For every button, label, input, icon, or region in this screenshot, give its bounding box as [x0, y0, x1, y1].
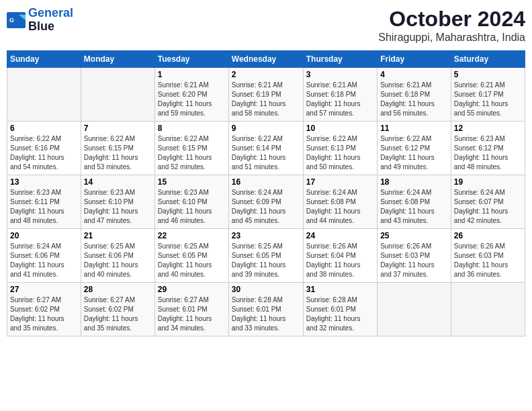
- weekday-header-row: SundayMondayTuesdayWednesdayThursdayFrid…: [7, 51, 525, 68]
- day-number: 13: [10, 177, 78, 187]
- day-detail: Sunrise: 6:24 AMSunset: 6:08 PMDaylight:…: [306, 188, 374, 226]
- day-number: 2: [232, 70, 300, 79]
- day-detail: Sunrise: 6:26 AMSunset: 6:03 PMDaylight:…: [454, 242, 522, 279]
- day-number: 7: [84, 124, 152, 133]
- calendar-cell: 31Sunrise: 6:28 AMSunset: 6:01 PMDayligh…: [303, 283, 377, 336]
- calendar-cell: 18Sunrise: 6:24 AMSunset: 6:08 PMDayligh…: [378, 175, 451, 229]
- logo-icon: G: [7, 12, 26, 28]
- calendar-cell: [7, 68, 81, 122]
- day-number: 27: [10, 285, 78, 294]
- day-detail: Sunrise: 6:28 AMSunset: 6:01 PMDaylight:…: [232, 295, 300, 333]
- day-detail: Sunrise: 6:27 AMSunset: 6:01 PMDaylight:…: [158, 295, 226, 333]
- day-detail: Sunrise: 6:24 AMSunset: 6:08 PMDaylight:…: [380, 188, 448, 226]
- day-detail: Sunrise: 6:21 AMSunset: 6:17 PMDaylight:…: [454, 81, 522, 118]
- day-number: 29: [158, 285, 226, 294]
- logo-text: General Blue: [28, 7, 73, 34]
- day-detail: Sunrise: 6:26 AMSunset: 6:04 PMDaylight:…: [306, 242, 374, 279]
- calendar-table: SundayMondayTuesdayWednesdayThursdayFrid…: [7, 50, 525, 336]
- week-row-1: 1Sunrise: 6:21 AMSunset: 6:20 PMDaylight…: [7, 68, 525, 122]
- weekday-header-friday: Friday: [378, 51, 451, 68]
- calendar-cell: 26Sunrise: 6:26 AMSunset: 6:03 PMDayligh…: [451, 229, 525, 283]
- day-number: 22: [158, 231, 226, 240]
- day-number: 6: [10, 124, 78, 133]
- weekday-header-tuesday: Tuesday: [154, 51, 228, 68]
- calendar-cell: 29Sunrise: 6:27 AMSunset: 6:01 PMDayligh…: [154, 283, 228, 336]
- day-detail: Sunrise: 6:22 AMSunset: 6:16 PMDaylight:…: [10, 134, 78, 172]
- calendar-cell: 16Sunrise: 6:24 AMSunset: 6:09 PMDayligh…: [228, 175, 303, 229]
- week-row-5: 27Sunrise: 6:27 AMSunset: 6:02 PMDayligh…: [7, 283, 525, 336]
- week-row-3: 13Sunrise: 6:23 AMSunset: 6:11 PMDayligh…: [7, 175, 525, 229]
- calendar-cell: 2Sunrise: 6:21 AMSunset: 6:19 PMDaylight…: [228, 68, 303, 122]
- weekday-header-saturday: Saturday: [451, 51, 525, 68]
- day-detail: Sunrise: 6:22 AMSunset: 6:15 PMDaylight:…: [84, 134, 152, 172]
- day-detail: Sunrise: 6:21 AMSunset: 6:18 PMDaylight:…: [380, 81, 448, 118]
- day-detail: Sunrise: 6:25 AMSunset: 6:06 PMDaylight:…: [84, 242, 152, 279]
- day-number: 1: [158, 70, 226, 79]
- logo: G General Blue: [7, 7, 73, 34]
- calendar-cell: 8Sunrise: 6:22 AMSunset: 6:15 PMDaylight…: [154, 122, 228, 175]
- day-number: 31: [306, 285, 374, 294]
- day-number: 26: [454, 231, 522, 240]
- calendar-cell: 22Sunrise: 6:25 AMSunset: 6:05 PMDayligh…: [154, 229, 228, 283]
- calendar-cell: 5Sunrise: 6:21 AMSunset: 6:17 PMDaylight…: [451, 68, 525, 122]
- calendar-cell: 20Sunrise: 6:24 AMSunset: 6:06 PMDayligh…: [7, 229, 81, 283]
- calendar-cell: 1Sunrise: 6:21 AMSunset: 6:20 PMDaylight…: [154, 68, 228, 122]
- calendar-cell: 27Sunrise: 6:27 AMSunset: 6:02 PMDayligh…: [7, 283, 81, 336]
- calendar-cell: 6Sunrise: 6:22 AMSunset: 6:16 PMDaylight…: [7, 122, 81, 175]
- day-number: 14: [84, 177, 152, 187]
- calendar-cell: 15Sunrise: 6:23 AMSunset: 6:10 PMDayligh…: [154, 175, 228, 229]
- calendar-cell: 17Sunrise: 6:24 AMSunset: 6:08 PMDayligh…: [303, 175, 377, 229]
- calendar-body: 1Sunrise: 6:21 AMSunset: 6:20 PMDaylight…: [7, 68, 525, 336]
- day-detail: Sunrise: 6:21 AMSunset: 6:19 PMDaylight:…: [232, 81, 300, 118]
- day-number: 3: [306, 70, 374, 79]
- calendar-cell: 11Sunrise: 6:22 AMSunset: 6:12 PMDayligh…: [378, 122, 451, 175]
- day-detail: Sunrise: 6:24 AMSunset: 6:07 PMDaylight:…: [454, 188, 522, 226]
- calendar-cell: [378, 283, 451, 336]
- weekday-header-sunday: Sunday: [7, 51, 81, 68]
- day-detail: Sunrise: 6:22 AMSunset: 6:12 PMDaylight:…: [380, 134, 448, 172]
- week-row-2: 6Sunrise: 6:22 AMSunset: 6:16 PMDaylight…: [7, 122, 525, 175]
- location-title: Shiraguppi, Maharashtra, India: [378, 32, 525, 44]
- day-number: 15: [158, 177, 226, 187]
- weekday-header-thursday: Thursday: [303, 51, 377, 68]
- day-number: 17: [306, 177, 374, 187]
- day-number: 19: [454, 177, 522, 187]
- day-detail: Sunrise: 6:23 AMSunset: 6:12 PMDaylight:…: [454, 134, 522, 172]
- day-detail: Sunrise: 6:28 AMSunset: 6:01 PMDaylight:…: [306, 295, 374, 333]
- calendar-cell: 21Sunrise: 6:25 AMSunset: 6:06 PMDayligh…: [81, 229, 154, 283]
- day-number: 5: [454, 70, 522, 79]
- calendar-cell: 30Sunrise: 6:28 AMSunset: 6:01 PMDayligh…: [228, 283, 303, 336]
- calendar-cell: 24Sunrise: 6:26 AMSunset: 6:04 PMDayligh…: [303, 229, 377, 283]
- day-detail: Sunrise: 6:24 AMSunset: 6:09 PMDaylight:…: [232, 188, 300, 226]
- month-title: October 2024: [378, 7, 525, 32]
- day-detail: Sunrise: 6:23 AMSunset: 6:10 PMDaylight:…: [84, 188, 152, 226]
- day-number: 11: [380, 124, 448, 133]
- day-detail: Sunrise: 6:27 AMSunset: 6:02 PMDaylight:…: [10, 295, 78, 333]
- calendar-cell: 7Sunrise: 6:22 AMSunset: 6:15 PMDaylight…: [81, 122, 154, 175]
- weekday-header-monday: Monday: [81, 51, 154, 68]
- day-detail: Sunrise: 6:21 AMSunset: 6:18 PMDaylight:…: [306, 81, 374, 118]
- day-detail: Sunrise: 6:23 AMSunset: 6:11 PMDaylight:…: [10, 188, 78, 226]
- day-number: 21: [84, 231, 152, 240]
- week-row-4: 20Sunrise: 6:24 AMSunset: 6:06 PMDayligh…: [7, 229, 525, 283]
- day-number: 20: [10, 231, 78, 240]
- calendar-cell: 13Sunrise: 6:23 AMSunset: 6:11 PMDayligh…: [7, 175, 81, 229]
- page-header: G General Blue October 2024 Shiraguppi, …: [7, 7, 525, 44]
- day-detail: Sunrise: 6:22 AMSunset: 6:15 PMDaylight:…: [158, 134, 226, 172]
- calendar-cell: 9Sunrise: 6:22 AMSunset: 6:14 PMDaylight…: [228, 122, 303, 175]
- calendar-cell: 4Sunrise: 6:21 AMSunset: 6:18 PMDaylight…: [378, 68, 451, 122]
- calendar-cell: 10Sunrise: 6:22 AMSunset: 6:13 PMDayligh…: [303, 122, 377, 175]
- calendar-cell: 3Sunrise: 6:21 AMSunset: 6:18 PMDaylight…: [303, 68, 377, 122]
- day-number: 8: [158, 124, 226, 133]
- day-detail: Sunrise: 6:27 AMSunset: 6:02 PMDaylight:…: [84, 295, 152, 333]
- day-number: 30: [232, 285, 300, 294]
- calendar-cell: [81, 68, 154, 122]
- calendar-cell: 28Sunrise: 6:27 AMSunset: 6:02 PMDayligh…: [81, 283, 154, 336]
- day-detail: Sunrise: 6:21 AMSunset: 6:20 PMDaylight:…: [158, 81, 226, 118]
- calendar-header: SundayMondayTuesdayWednesdayThursdayFrid…: [7, 51, 525, 68]
- day-number: 4: [380, 70, 448, 79]
- svg-text:G: G: [9, 17, 14, 24]
- day-number: 23: [232, 231, 300, 240]
- day-detail: Sunrise: 6:23 AMSunset: 6:10 PMDaylight:…: [158, 188, 226, 226]
- day-detail: Sunrise: 6:25 AMSunset: 6:05 PMDaylight:…: [158, 242, 226, 279]
